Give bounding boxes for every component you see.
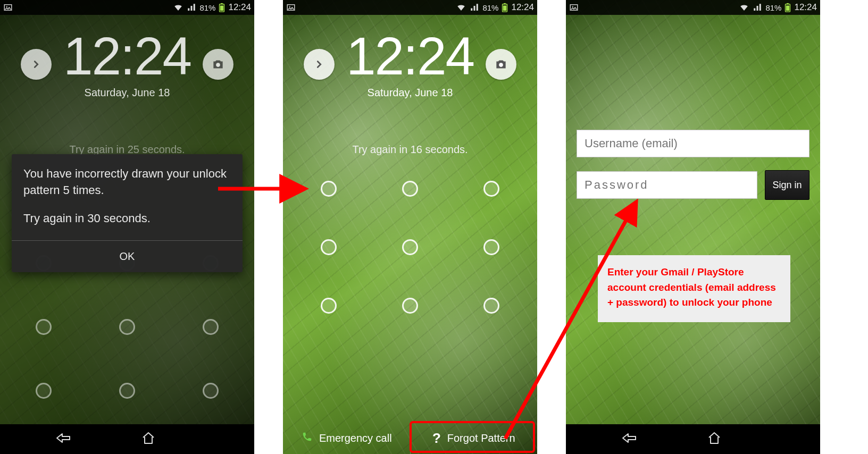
error-dialog: You have incorrectly drawn your unlock p… [12, 154, 243, 272]
picture-icon [569, 3, 579, 12]
lock-date: Saturday, June 18 [63, 87, 191, 99]
pattern-grid[interactable] [31, 255, 223, 399]
lockscreen-clock-row: 12:24 Saturday, June 18 [283, 29, 537, 99]
signal-icon [187, 3, 196, 12]
password-field[interactable] [577, 171, 757, 199]
pattern-dot[interactable] [402, 298, 418, 314]
battery-icon [502, 3, 508, 12]
pattern-dot[interactable] [203, 319, 219, 335]
status-clock: 12:24 [794, 2, 817, 13]
try-again-text: Try again in 16 seconds. [283, 144, 537, 156]
arrow-annotation-1 [218, 173, 314, 205]
battery-percent: 81% [765, 3, 781, 12]
lock-time: 12:24 [63, 29, 191, 82]
svg-point-5 [216, 63, 220, 67]
status-bar: 81% 12:24 [283, 0, 537, 15]
svg-point-7 [289, 6, 290, 7]
pattern-dot[interactable] [483, 181, 499, 197]
home-icon[interactable] [707, 431, 722, 447]
emergency-call-button[interactable]: Emergency call [283, 422, 410, 454]
lockscreen-clock-row: 12:24 Saturday, June 18 [0, 29, 254, 99]
picture-icon [3, 3, 13, 12]
svg-point-1 [6, 6, 7, 7]
pattern-dot[interactable] [402, 181, 418, 197]
svg-rect-10 [503, 5, 506, 11]
pattern-dot[interactable] [36, 383, 52, 399]
svg-point-11 [499, 63, 503, 67]
lock-date: Saturday, June 18 [346, 87, 474, 99]
expand-button[interactable] [304, 49, 335, 80]
arrow-annotation-2 [500, 197, 649, 447]
home-icon[interactable] [141, 431, 156, 447]
phone-screen-1: 81% 12:24 12:24 Saturday, June 18 Try ag… [0, 0, 254, 454]
svg-rect-16 [786, 5, 789, 11]
battery-icon [784, 3, 791, 12]
svg-rect-9 [504, 3, 506, 4]
status-bar: 81% 12:24 [566, 0, 820, 15]
pattern-dot[interactable] [321, 298, 337, 314]
status-clock: 12:24 [511, 2, 534, 13]
pattern-dot[interactable] [483, 239, 499, 255]
lock-time: 12:24 [346, 29, 474, 82]
clock-and-date: 12:24 Saturday, June 18 [63, 29, 191, 99]
dialog-text-line1: You have incorrectly drawn your unlock p… [23, 166, 231, 199]
pattern-dot[interactable] [36, 319, 52, 335]
status-clock: 12:24 [228, 2, 251, 13]
wifi-icon [456, 3, 466, 12]
svg-rect-15 [787, 3, 789, 4]
signin-button[interactable]: Sign in [765, 170, 809, 200]
picture-icon [286, 3, 296, 12]
clock-and-date: 12:24 Saturday, June 18 [346, 29, 474, 99]
wifi-icon [173, 3, 183, 12]
signal-icon [470, 3, 479, 12]
pattern-dot[interactable] [119, 383, 135, 399]
dialog-ok-button[interactable]: OK [12, 241, 243, 272]
status-bar: 81% 12:24 [0, 0, 254, 15]
pattern-dot[interactable] [402, 239, 418, 255]
username-field[interactable] [577, 130, 809, 157]
signal-icon [753, 3, 762, 12]
camera-button[interactable] [486, 49, 516, 80]
battery-percent: 81% [482, 3, 498, 12]
pattern-grid[interactable] [314, 181, 506, 314]
pattern-dot[interactable] [483, 298, 499, 314]
pattern-dot[interactable] [321, 239, 337, 255]
svg-point-13 [572, 6, 573, 7]
expand-button[interactable] [21, 49, 52, 80]
back-icon[interactable] [56, 431, 72, 447]
svg-line-18 [505, 203, 636, 439]
svg-rect-3 [221, 3, 223, 4]
phone-screen-2: 81% 12:24 12:24 Saturday, June 18 Try ag… [283, 0, 537, 454]
battery-icon [219, 3, 225, 12]
pattern-dot[interactable] [119, 319, 135, 335]
camera-button[interactable] [203, 49, 233, 80]
phone-icon [301, 431, 313, 445]
pattern-dot[interactable] [203, 383, 219, 399]
battery-percent: 81% [199, 3, 215, 12]
wifi-icon [739, 3, 749, 12]
emergency-label: Emergency call [319, 432, 392, 444]
dialog-text-line2: Try again in 30 seconds. [23, 211, 231, 227]
nav-bar [0, 424, 254, 454]
pattern-dot[interactable] [321, 181, 337, 197]
svg-rect-4 [220, 5, 223, 11]
